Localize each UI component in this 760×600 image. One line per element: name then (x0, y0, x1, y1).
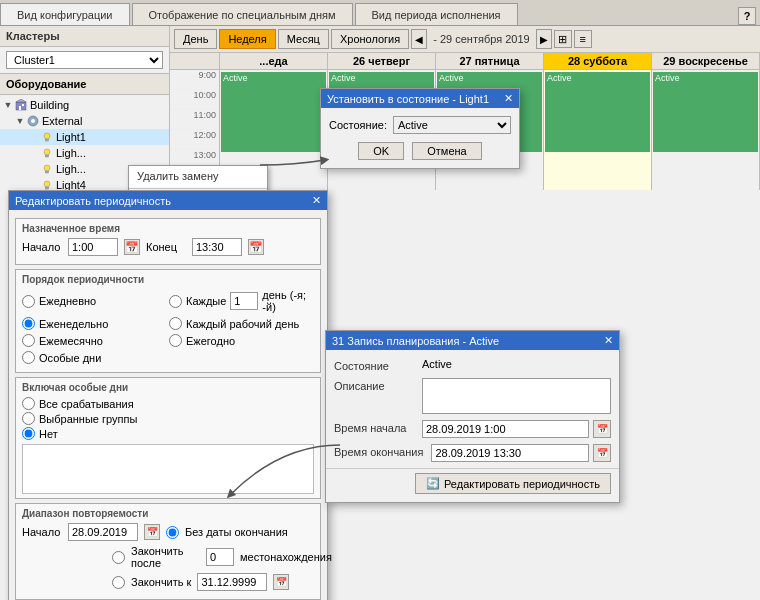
event-0[interactable]: Active (221, 72, 326, 152)
radio-daily-input[interactable] (22, 295, 35, 308)
edit-close[interactable]: ✕ (312, 194, 321, 207)
clusters-label: Кластеры (0, 26, 169, 47)
week-button[interactable]: Неделя (219, 29, 275, 49)
end-on-icon[interactable]: 📅 (273, 574, 289, 590)
tab-config-view[interactable]: Вид конфигурации (0, 3, 130, 25)
every-value-input[interactable] (230, 292, 258, 310)
event-4[interactable]: Active (653, 72, 758, 152)
date-label: - 29 сентября 2019 (433, 33, 529, 45)
set-state-title: Установить в состояние - Light1 (327, 93, 489, 105)
tree-toggle-building[interactable]: ▼ (2, 100, 14, 110)
end-on-input[interactable] (197, 573, 267, 591)
sched-start-input[interactable] (422, 420, 589, 438)
tree-item-building[interactable]: ▼ Building (0, 97, 169, 113)
day-col-3: Active (544, 70, 652, 190)
start-icon[interactable]: 📅 (124, 239, 140, 255)
month-button[interactable]: Месяц (278, 29, 329, 49)
time-slot-1: 10:00 (170, 90, 219, 110)
sched-start-icon[interactable]: 📅 (593, 420, 611, 438)
end-on-radio[interactable] (112, 576, 125, 589)
cluster-dropdown[interactable]: Cluster1 (6, 51, 163, 69)
state-select[interactable]: Active (393, 116, 511, 134)
set-state-cancel[interactable]: Отмена (412, 142, 481, 160)
edit-body: Назначенное время Начало 📅 Конец 📅 Поряд… (9, 210, 327, 600)
tree-label-light3: Ligh... (56, 163, 86, 175)
tab-special-days[interactable]: Отображение по специальным дням (132, 3, 353, 25)
end-icon[interactable]: 📅 (248, 239, 264, 255)
sched-end-label: Время окончания (334, 444, 423, 458)
every-unit-label: день (-я; -й) (262, 289, 314, 313)
chrono-button[interactable]: Хронология (331, 29, 409, 49)
end-after-radio[interactable] (112, 551, 125, 564)
tree-item-light2[interactable]: Ligh... (0, 145, 169, 161)
special-none-input[interactable] (22, 427, 35, 440)
range-start-icon[interactable]: 📅 (144, 524, 160, 540)
light3-icon (40, 162, 54, 176)
radio-yearly-input[interactable] (169, 334, 182, 347)
prev-button[interactable]: ◀ (411, 29, 427, 49)
radio-workday: Каждый рабочий день (169, 317, 314, 330)
radio-every-input[interactable] (169, 295, 182, 308)
radio-weekly-label: Еженедельно (39, 318, 108, 330)
svg-rect-1 (19, 106, 21, 110)
range-start-label: Начало (22, 526, 62, 538)
tree-item-light1[interactable]: Light1 (0, 129, 169, 145)
schedule-title-bar: 31 Запись планирования - Active ✕ (326, 331, 619, 350)
svg-rect-11 (46, 171, 49, 173)
radio-every-label: Каждые (186, 295, 226, 307)
radio-workday-input[interactable] (169, 317, 182, 330)
special-days-title: Включая особые дни (22, 382, 314, 393)
svg-rect-7 (46, 139, 49, 141)
svg-point-12 (44, 181, 50, 187)
set-state-close[interactable]: ✕ (504, 92, 513, 105)
sched-desc-textarea[interactable] (422, 378, 611, 414)
help-button[interactable]: ? (738, 7, 756, 25)
sched-desc-row: Описание (326, 378, 619, 414)
special-selected-input[interactable] (22, 412, 35, 425)
time-slot-3: 12:00 (170, 130, 219, 150)
radio-yearly-label: Ежегодно (186, 335, 235, 347)
tab-period-view[interactable]: Вид периода исполнения (355, 3, 518, 25)
start-input[interactable] (68, 238, 118, 256)
no-end-radio[interactable] (166, 526, 179, 539)
grid-icon-btn[interactable]: ⊞ (554, 30, 572, 48)
schedule-close[interactable]: ✕ (604, 334, 613, 347)
range-start-input[interactable] (68, 523, 138, 541)
svg-point-6 (44, 133, 50, 139)
day-header-0: ...еда (220, 53, 328, 69)
top-tab-bar: Вид конфигурации Отображение по специаль… (0, 0, 760, 26)
set-state-title-bar: Установить в состояние - Light1 ✕ (321, 89, 519, 108)
radio-yearly: Ежегодно (169, 334, 314, 347)
special-all-input[interactable] (22, 397, 35, 410)
special-days-section: Включая особые дни Все срабатывания Выбр… (15, 377, 321, 499)
recurrence-title: Порядок периодичности (22, 274, 314, 285)
next-button[interactable]: ▶ (536, 29, 552, 49)
event-3[interactable]: Active (545, 72, 650, 152)
end-after-input[interactable] (206, 548, 234, 566)
end-input[interactable] (192, 238, 242, 256)
day-button[interactable]: День (174, 29, 217, 49)
radio-monthly-input[interactable] (22, 334, 35, 347)
sched-start-input-row: 📅 (422, 420, 611, 438)
end-on-label: Закончить к (131, 576, 191, 588)
context-menu-delete[interactable]: Удалить замену (129, 166, 267, 186)
tree-toggle-external[interactable]: ▼ (14, 116, 26, 126)
radio-weekly-input[interactable] (22, 317, 35, 330)
sched-end-input[interactable] (431, 444, 589, 462)
tree-label-light2: Ligh... (56, 147, 86, 159)
range-title: Диапазон повторяемости (22, 508, 314, 519)
no-end-label: Без даты окончания (185, 526, 288, 538)
state-field-label: Состояние: (329, 119, 387, 131)
radio-daily: Ежедневно (22, 289, 167, 313)
sched-end-icon[interactable]: 📅 (593, 444, 611, 462)
set-state-ok[interactable]: OK (358, 142, 404, 160)
tree-label-external: External (42, 115, 82, 127)
main-window: Вид конфигурации Отображение по специаль… (0, 0, 760, 600)
special-all: Все срабатывания (22, 397, 314, 410)
edit-recurrence-btn[interactable]: 🔄 Редактировать периодичность (415, 473, 611, 494)
radio-special-input[interactable] (22, 351, 35, 364)
tree-item-external[interactable]: ▼ External (0, 113, 169, 129)
equipment-label: Оборудование (0, 74, 169, 95)
list-icon-btn[interactable]: ≡ (574, 30, 592, 48)
sched-start-label: Время начала (334, 420, 414, 434)
